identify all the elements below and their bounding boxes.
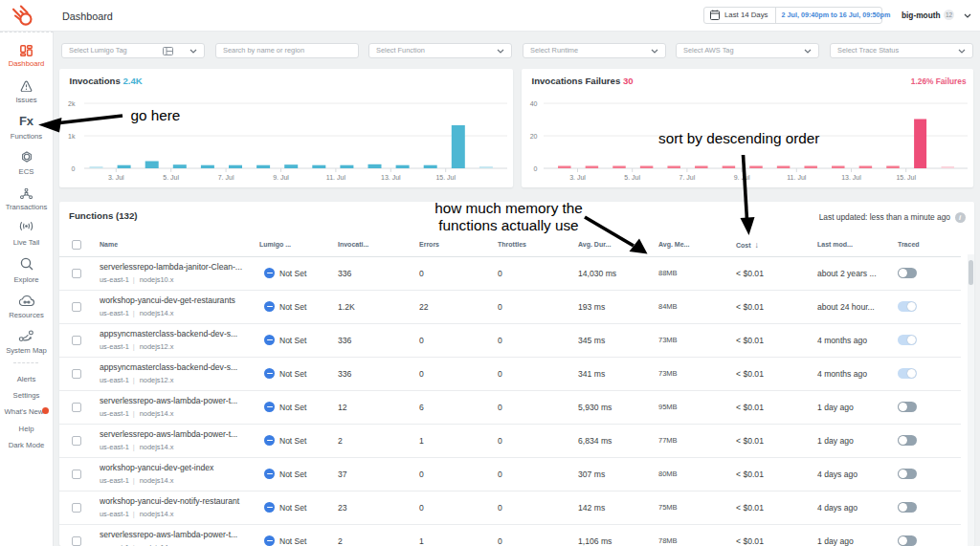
svg-text:7. Jul: 7. Jul xyxy=(218,174,234,181)
svg-text:9. Jul: 9. Jul xyxy=(273,174,289,181)
svg-text:13. Jul: 13. Jul xyxy=(381,174,401,181)
svg-text:2k: 2k xyxy=(68,100,76,107)
svg-text:11. Jul: 11. Jul xyxy=(787,174,807,181)
svg-text:9. Jul: 9. Jul xyxy=(734,174,750,181)
svg-text:1k: 1k xyxy=(68,133,76,140)
svg-text:15. Jul: 15. Jul xyxy=(896,174,916,181)
svg-text:7. Jul: 7. Jul xyxy=(679,174,696,181)
svg-text:0: 0 xyxy=(534,165,538,172)
svg-text:13. Jul: 13. Jul xyxy=(841,174,861,181)
svg-text:15. Jul: 15. Jul xyxy=(435,174,456,181)
svg-text:3. Jul: 3. Jul xyxy=(569,174,586,181)
svg-text:5. Jul: 5. Jul xyxy=(624,174,640,181)
svg-text:20: 20 xyxy=(530,133,538,140)
svg-text:0: 0 xyxy=(72,165,76,172)
svg-text:3. Jul: 3. Jul xyxy=(108,174,124,181)
svg-text:40: 40 xyxy=(530,100,538,107)
svg-text:11. Jul: 11. Jul xyxy=(326,174,346,181)
svg-text:5. Jul: 5. Jul xyxy=(163,174,179,181)
